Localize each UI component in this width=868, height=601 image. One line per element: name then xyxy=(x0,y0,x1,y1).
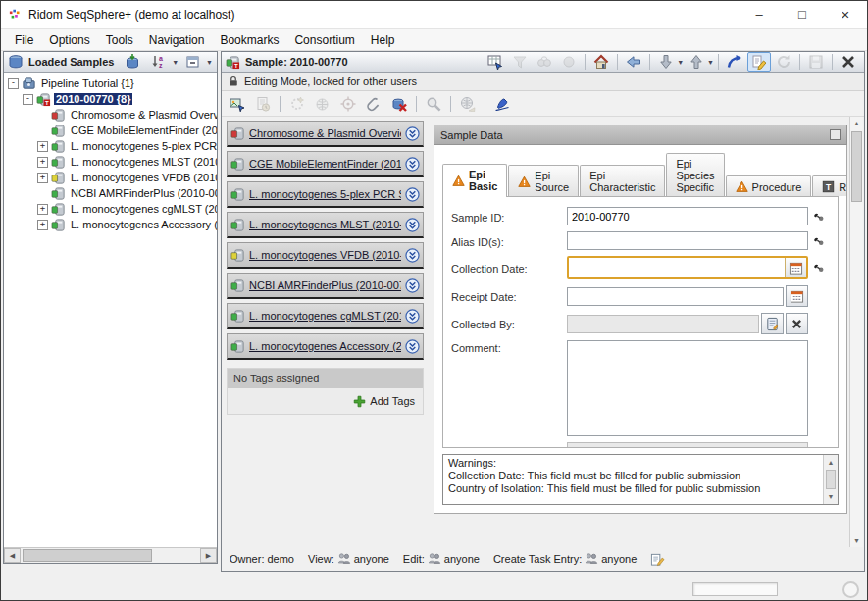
task-entry-label[interactable]: NCBI AMRFinderPlus (2010-00770) xyxy=(249,279,401,291)
tree-expander-icon[interactable]: - xyxy=(8,78,19,89)
goto-icon[interactable] xyxy=(723,52,746,72)
dropdown-caret-icon[interactable]: ▼ xyxy=(172,59,179,66)
dropdown-caret-icon[interactable]: ▼ xyxy=(206,59,213,66)
expand-task-icon[interactable] xyxy=(405,309,420,324)
text-field[interactable] xyxy=(567,207,808,225)
menu-file[interactable]: File xyxy=(7,31,41,49)
date-field[interactable] xyxy=(569,258,785,275)
text-field[interactable] xyxy=(567,231,808,250)
task-entry-label[interactable]: Chromosome & Plasmid Overview (2... xyxy=(249,127,401,139)
scroll-left-icon[interactable]: ◀ xyxy=(4,548,21,563)
task-entry-label[interactable]: L. monocytogenes 5-plex PCR Sero... xyxy=(249,188,401,200)
tree-expander-icon[interactable]: + xyxy=(37,173,48,183)
signature-icon[interactable] xyxy=(490,94,514,114)
sort-icon[interactable]: az xyxy=(147,52,171,72)
scroll-thumb[interactable] xyxy=(851,131,862,202)
address-book-icon[interactable] xyxy=(761,313,784,334)
tab-epi-species-specific[interactable]: Epi Species Specific xyxy=(666,153,724,196)
tab-epi-source[interactable]: Epi Source xyxy=(508,165,579,196)
calendar-icon[interactable] xyxy=(785,258,806,277)
tree-item[interactable]: +L. monocytogenes MLST (2010-00770) xyxy=(4,154,217,170)
task-entry-label[interactable]: L. monocytogenes MLST (2010-00770) xyxy=(249,219,401,230)
date-field[interactable] xyxy=(567,287,784,306)
menu-navigation[interactable]: Navigation xyxy=(141,31,213,49)
menu-tools[interactable]: Tools xyxy=(98,31,141,49)
menu-options[interactable]: Options xyxy=(41,31,97,49)
tree-item[interactable]: Chromosome & Plasmid Overview (2010-0077… xyxy=(4,107,217,123)
previous-icon[interactable] xyxy=(685,52,708,72)
tree-item[interactable]: NCBI AMRFinderPlus (2010-00770) xyxy=(4,185,217,201)
expand-task-icon[interactable] xyxy=(405,278,420,293)
task-entry-label[interactable]: L. monocytogenes Accessory (2010... xyxy=(249,340,401,352)
task-entry-label[interactable]: L. monocytogenes VFDB (2010-00770) xyxy=(249,249,401,261)
collapse-all-icon[interactable] xyxy=(181,52,205,72)
field-history-icon[interactable] xyxy=(808,210,830,224)
task-entry-label[interactable]: CGE MobileElementFinder (2010-00... xyxy=(249,158,401,170)
task-entry-button[interactable]: L. monocytogenes 5-plex PCR Sero... xyxy=(227,181,424,208)
field-history-icon[interactable] xyxy=(808,261,830,275)
warnings-scrollbar[interactable]: ▲ ▼ xyxy=(823,455,838,504)
home-icon[interactable] xyxy=(589,52,613,72)
tree-expander-icon[interactable]: - xyxy=(23,94,33,105)
collapse-panel-icon[interactable] xyxy=(830,129,841,140)
back-icon[interactable] xyxy=(622,52,645,72)
load-samples-icon[interactable] xyxy=(121,52,144,72)
task-entry-button[interactable]: CGE MobileElementFinder (2010-00... xyxy=(227,151,424,177)
task-entry-button[interactable]: NCBI AMRFinderPlus (2010-00770) xyxy=(227,273,424,299)
task-entry-label[interactable]: L. monocytogenes cgMLST (2010-00... xyxy=(249,310,401,322)
tree-item[interactable]: -Pipeline Tutorial {1} xyxy=(4,75,217,91)
close-button[interactable]: × xyxy=(824,1,867,28)
next-icon[interactable] xyxy=(654,52,678,72)
edit-permissions-icon[interactable] xyxy=(650,552,665,567)
edit-mode-icon[interactable] xyxy=(747,52,771,72)
tree-item[interactable]: +L. monocytogenes Accessory (2010-00770) xyxy=(4,217,217,232)
export-icon[interactable] xyxy=(226,94,249,114)
task-entry-button[interactable]: L. monocytogenes cgMLST (2010-00... xyxy=(227,303,424,329)
vertical-scrollbar[interactable]: ▲ ▼ xyxy=(849,117,863,547)
tree-item[interactable]: +L. monocytogenes VFDB (2010-00770) xyxy=(4,170,217,185)
tree-expander-icon[interactable]: + xyxy=(37,141,48,152)
tab-results[interactable]: TResults xyxy=(812,175,847,196)
expand-task-icon[interactable] xyxy=(405,126,420,141)
table-view-icon[interactable] xyxy=(484,52,507,72)
scroll-right-icon[interactable]: ▶ xyxy=(200,548,217,563)
calendar-icon[interactable] xyxy=(786,285,808,307)
delete-entry-icon[interactable] xyxy=(387,94,411,114)
scroll-up-icon[interactable]: ▲ xyxy=(828,456,835,469)
task-entry-button[interactable]: Chromosome & Plasmid Overview (2... xyxy=(227,121,424,147)
menu-bookmarks[interactable]: Bookmarks xyxy=(212,31,286,49)
expand-task-icon[interactable] xyxy=(405,339,420,354)
close-view-icon[interactable] xyxy=(837,52,860,72)
minimize-button[interactable]: – xyxy=(738,1,781,28)
scroll-down-icon[interactable]: ▼ xyxy=(828,490,835,503)
clear-icon[interactable] xyxy=(786,313,808,334)
tree-expander-icon[interactable]: + xyxy=(37,157,48,168)
menu-consortium[interactable]: Consortium xyxy=(286,31,362,49)
tree-item[interactable]: +L. monocytogenes cgMLST (2010-00770) xyxy=(4,201,217,217)
tree-item[interactable]: +L. monocytogenes 5-plex PCR Serogroup (… xyxy=(4,138,217,154)
expand-task-icon[interactable] xyxy=(405,157,420,172)
tab-procedure[interactable]: Procedure xyxy=(726,175,812,196)
tree-expander-icon[interactable]: + xyxy=(37,220,48,230)
scroll-thumb[interactable] xyxy=(23,549,152,562)
task-entry-button[interactable]: L. monocytogenes MLST (2010-00770) xyxy=(227,212,424,238)
expand-task-icon[interactable] xyxy=(405,187,420,202)
scroll-down-icon[interactable]: ▼ xyxy=(853,534,860,547)
horizontal-scrollbar[interactable]: ◀ ▶ xyxy=(4,547,217,563)
comment-textarea[interactable] xyxy=(567,340,808,436)
tree-expander-icon[interactable]: + xyxy=(37,204,48,215)
scroll-thumb[interactable] xyxy=(826,470,836,489)
dropdown-caret-icon[interactable]: ▼ xyxy=(707,59,714,66)
attachment-icon[interactable] xyxy=(362,94,385,114)
dropdown-caret-icon[interactable]: ▼ xyxy=(677,59,684,66)
maximize-button[interactable]: □ xyxy=(781,1,824,28)
tree-item[interactable]: -T2010-00770 {8} xyxy=(4,91,217,107)
task-entry-button[interactable]: L. monocytogenes Accessory (2010... xyxy=(227,333,424,360)
tab-epi-characteristic[interactable]: Epi Characteristic xyxy=(580,165,665,196)
expand-task-icon[interactable] xyxy=(405,248,420,263)
add-tags-button[interactable]: Add Tags xyxy=(370,395,415,407)
scroll-up-icon[interactable]: ▲ xyxy=(853,117,860,129)
tab-epi-basic[interactable]: Epi Basic xyxy=(442,164,507,197)
tree-item[interactable]: CGE MobileElementFinder (2010-00770) xyxy=(4,123,217,138)
task-entry-button[interactable]: L. monocytogenes VFDB (2010-00770) xyxy=(227,242,424,269)
